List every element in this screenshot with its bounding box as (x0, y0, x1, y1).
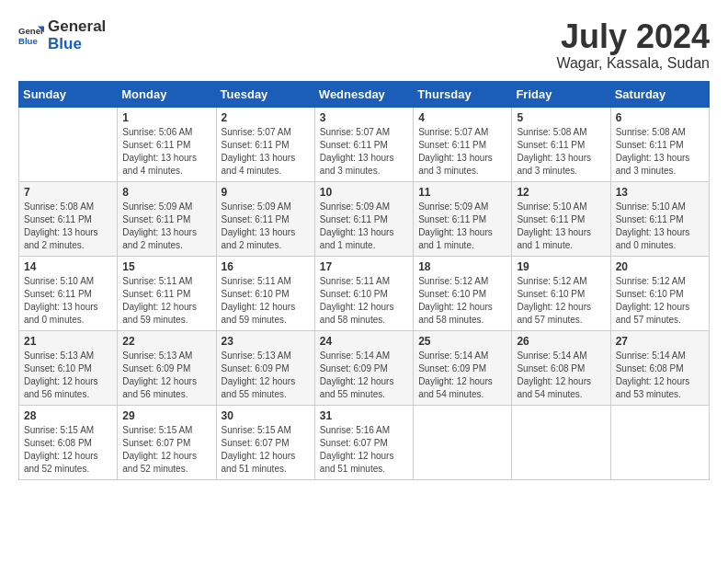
day-info: Sunrise: 5:10 AMSunset: 6:11 PMDaylight:… (24, 275, 112, 327)
calendar-cell: 7Sunrise: 5:08 AMSunset: 6:11 PMDaylight… (19, 181, 118, 256)
calendar-week-row: 21Sunrise: 5:13 AMSunset: 6:10 PMDayligh… (19, 330, 710, 405)
day-info: Sunrise: 5:12 AMSunset: 6:10 PMDaylight:… (616, 275, 704, 327)
day-info: Sunrise: 5:15 AMSunset: 6:08 PMDaylight:… (24, 424, 112, 476)
day-number: 27 (616, 335, 704, 348)
day-number: 17 (320, 260, 408, 273)
day-info: Sunrise: 5:07 AMSunset: 6:11 PMDaylight:… (418, 126, 506, 178)
day-number: 29 (122, 409, 210, 422)
calendar-cell: 4Sunrise: 5:07 AMSunset: 6:11 PMDaylight… (414, 107, 512, 181)
day-info: Sunrise: 5:07 AMSunset: 6:11 PMDaylight:… (320, 126, 408, 178)
weekday-header-saturday: Saturday (610, 81, 709, 107)
day-info: Sunrise: 5:09 AMSunset: 6:11 PMDaylight:… (418, 201, 506, 252)
calendar-cell: 19Sunrise: 5:12 AMSunset: 6:10 PMDayligh… (512, 256, 610, 330)
day-number: 3 (320, 111, 408, 124)
calendar-cell: 21Sunrise: 5:13 AMSunset: 6:10 PMDayligh… (19, 330, 118, 405)
svg-text:Blue: Blue (18, 35, 38, 45)
calendar-week-row: 1Sunrise: 5:06 AMSunset: 6:11 PMDaylight… (19, 107, 710, 181)
day-number: 8 (122, 186, 210, 199)
logo-general-text: General (48, 18, 106, 36)
weekday-header-row: SundayMondayTuesdayWednesdayThursdayFrid… (19, 81, 710, 107)
day-number: 26 (517, 335, 605, 348)
calendar-cell: 8Sunrise: 5:09 AMSunset: 6:11 PMDaylight… (118, 181, 216, 256)
calendar-cell (512, 405, 610, 479)
day-number: 2 (222, 111, 310, 124)
weekday-header-tuesday: Tuesday (216, 81, 314, 107)
day-info: Sunrise: 5:09 AMSunset: 6:11 PMDaylight:… (122, 201, 210, 252)
calendar-cell: 11Sunrise: 5:09 AMSunset: 6:11 PMDayligh… (414, 181, 512, 256)
calendar-cell: 6Sunrise: 5:08 AMSunset: 6:11 PMDaylight… (610, 107, 709, 181)
day-number: 4 (418, 111, 506, 124)
day-number: 28 (24, 409, 112, 422)
day-info: Sunrise: 5:10 AMSunset: 6:11 PMDaylight:… (616, 201, 704, 252)
calendar-cell: 16Sunrise: 5:11 AMSunset: 6:10 PMDayligh… (216, 256, 314, 330)
logo: General Blue General Blue (18, 18, 106, 52)
calendar-cell: 5Sunrise: 5:08 AMSunset: 6:11 PMDaylight… (512, 107, 610, 181)
title-area: July 2024 Wagar, Kassala, Sudan (556, 18, 710, 72)
day-number: 21 (24, 335, 112, 348)
day-info: Sunrise: 5:08 AMSunset: 6:11 PMDaylight:… (517, 126, 605, 178)
day-info: Sunrise: 5:14 AMSunset: 6:09 PMDaylight:… (418, 350, 506, 401)
day-info: Sunrise: 5:13 AMSunset: 6:10 PMDaylight:… (24, 350, 112, 401)
calendar-week-row: 28Sunrise: 5:15 AMSunset: 6:08 PMDayligh… (19, 405, 710, 479)
day-info: Sunrise: 5:09 AMSunset: 6:11 PMDaylight:… (222, 201, 310, 252)
day-info: Sunrise: 5:09 AMSunset: 6:11 PMDaylight:… (320, 201, 408, 252)
day-number: 14 (24, 260, 112, 273)
calendar-cell: 29Sunrise: 5:15 AMSunset: 6:07 PMDayligh… (118, 405, 216, 479)
day-info: Sunrise: 5:14 AMSunset: 6:08 PMDaylight:… (517, 350, 605, 401)
calendar-cell: 24Sunrise: 5:14 AMSunset: 6:09 PMDayligh… (314, 330, 413, 405)
day-number: 24 (320, 335, 408, 348)
calendar-cell: 2Sunrise: 5:07 AMSunset: 6:11 PMDaylight… (216, 107, 314, 181)
day-number: 10 (320, 186, 408, 199)
day-info: Sunrise: 5:12 AMSunset: 6:10 PMDaylight:… (418, 275, 506, 327)
day-number: 9 (222, 186, 310, 199)
day-info: Sunrise: 5:13 AMSunset: 6:09 PMDaylight:… (122, 350, 210, 401)
weekday-header-wednesday: Wednesday (314, 81, 413, 107)
calendar-cell: 15Sunrise: 5:11 AMSunset: 6:11 PMDayligh… (118, 256, 216, 330)
day-number: 22 (122, 335, 210, 348)
calendar-cell: 26Sunrise: 5:14 AMSunset: 6:08 PMDayligh… (512, 330, 610, 405)
calendar-cell: 17Sunrise: 5:11 AMSunset: 6:10 PMDayligh… (314, 256, 413, 330)
weekday-header-friday: Friday (512, 81, 610, 107)
day-number: 1 (122, 111, 210, 124)
weekday-header-monday: Monday (118, 81, 216, 107)
calendar-cell: 13Sunrise: 5:10 AMSunset: 6:11 PMDayligh… (610, 181, 709, 256)
calendar-cell: 9Sunrise: 5:09 AMSunset: 6:11 PMDaylight… (216, 181, 314, 256)
calendar-cell: 31Sunrise: 5:16 AMSunset: 6:07 PMDayligh… (314, 405, 413, 479)
day-info: Sunrise: 5:06 AMSunset: 6:11 PMDaylight:… (122, 126, 210, 178)
day-info: Sunrise: 5:11 AMSunset: 6:10 PMDaylight:… (320, 275, 408, 327)
calendar-cell: 14Sunrise: 5:10 AMSunset: 6:11 PMDayligh… (19, 256, 118, 330)
day-info: Sunrise: 5:13 AMSunset: 6:09 PMDaylight:… (222, 350, 310, 401)
weekday-header-sunday: Sunday (19, 81, 118, 107)
calendar-cell: 1Sunrise: 5:06 AMSunset: 6:11 PMDaylight… (118, 107, 216, 181)
calendar-cell: 27Sunrise: 5:14 AMSunset: 6:08 PMDayligh… (610, 330, 709, 405)
calendar-cell: 25Sunrise: 5:14 AMSunset: 6:09 PMDayligh… (414, 330, 512, 405)
location: Wagar, Kassala, Sudan (556, 55, 710, 72)
calendar-table: SundayMondayTuesdayWednesdayThursdayFrid… (18, 81, 710, 480)
calendar-cell: 28Sunrise: 5:15 AMSunset: 6:08 PMDayligh… (19, 405, 118, 479)
calendar-cell: 30Sunrise: 5:15 AMSunset: 6:07 PMDayligh… (216, 405, 314, 479)
day-info: Sunrise: 5:08 AMSunset: 6:11 PMDaylight:… (616, 126, 704, 178)
day-number: 19 (517, 260, 605, 273)
day-info: Sunrise: 5:08 AMSunset: 6:11 PMDaylight:… (24, 201, 112, 252)
header: General Blue General Blue July 2024 Waga… (18, 18, 710, 72)
day-number: 31 (320, 409, 408, 422)
weekday-header-thursday: Thursday (414, 81, 512, 107)
day-number: 5 (517, 111, 605, 124)
calendar-week-row: 14Sunrise: 5:10 AMSunset: 6:11 PMDayligh… (19, 256, 710, 330)
month-year: July 2024 (556, 18, 710, 55)
day-number: 6 (616, 111, 704, 124)
calendar-cell: 3Sunrise: 5:07 AMSunset: 6:11 PMDaylight… (314, 107, 413, 181)
logo-blue-text: Blue (48, 36, 106, 53)
calendar-cell: 22Sunrise: 5:13 AMSunset: 6:09 PMDayligh… (118, 330, 216, 405)
day-number: 30 (222, 409, 310, 422)
day-number: 13 (616, 186, 704, 199)
calendar-cell (610, 405, 709, 479)
calendar-cell: 23Sunrise: 5:13 AMSunset: 6:09 PMDayligh… (216, 330, 314, 405)
day-number: 23 (222, 335, 310, 348)
calendar-cell: 20Sunrise: 5:12 AMSunset: 6:10 PMDayligh… (610, 256, 709, 330)
day-info: Sunrise: 5:14 AMSunset: 6:09 PMDaylight:… (320, 350, 408, 401)
day-number: 15 (122, 260, 210, 273)
day-number: 11 (418, 186, 506, 199)
calendar-cell: 18Sunrise: 5:12 AMSunset: 6:10 PMDayligh… (414, 256, 512, 330)
day-number: 12 (517, 186, 605, 199)
